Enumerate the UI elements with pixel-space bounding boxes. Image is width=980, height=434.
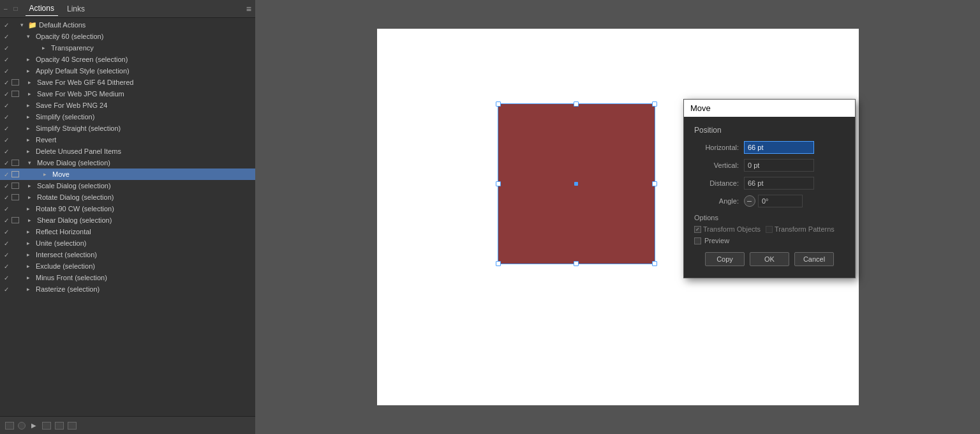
label-apply-default: Apply Default Style (selection) [36, 67, 130, 75]
tab-actions[interactable]: Actions [26, 1, 58, 16]
preview-row: Preview [694, 237, 845, 244]
handle-bottom-left[interactable] [496, 261, 501, 266]
footer-btn-sq4[interactable] [68, 422, 77, 430]
action-row-simplify[interactable]: ✓ ▸ Simplify (selection) [0, 111, 255, 123]
transform-patterns-cb-box[interactable] [766, 226, 773, 233]
chevron-default-actions[interactable]: ▾ [20, 22, 28, 28]
check-delete-unused: ✓ [3, 147, 10, 155]
action-row-reflect-horiz[interactable]: ✓ ▸ Reflect Horizontal [0, 226, 255, 237]
transform-objects-cb-box[interactable]: ✓ [694, 226, 701, 233]
angle-input[interactable] [758, 195, 803, 207]
panel-window-max[interactable]: □ [14, 5, 18, 12]
ok-button[interactable]: OK [750, 252, 789, 266]
chevron-opacity60[interactable]: ▾ [27, 33, 34, 40]
action-row-unite[interactable]: ✓ ▸ Unite (selection) [0, 237, 255, 249]
panel-menu-icon[interactable]: ≡ [246, 4, 251, 14]
shape-container[interactable] [498, 104, 655, 264]
chevron-rasterize[interactable]: ▸ [27, 286, 34, 292]
vertical-input[interactable] [744, 159, 814, 172]
action-row-default-actions[interactable]: ✓ ▾ 📁 Default Actions [0, 19, 255, 31]
handle-center[interactable] [574, 182, 578, 186]
handle-bottom-right[interactable] [652, 261, 657, 266]
chevron-delete-unused[interactable]: ▸ [27, 148, 34, 154]
handle-mid-left[interactable] [496, 181, 501, 186]
chevron-apply-default[interactable]: ▸ [27, 68, 34, 74]
handle-top-center[interactable] [574, 101, 579, 107]
check-opacity40: ✓ [3, 56, 10, 63]
square-gif64 [11, 79, 19, 86]
chevron-png24[interactable]: ▸ [27, 102, 34, 108]
action-row-delete-unused[interactable]: ✓ ▸ Delete Unused Panel Items [0, 146, 255, 157]
tab-links[interactable]: Links [63, 2, 89, 16]
handle-top-right[interactable] [652, 101, 657, 107]
label-unite: Unite (selection) [36, 239, 86, 247]
transform-objects-checkbox[interactable]: ✓ Transform Objects [694, 225, 761, 233]
horizontal-input[interactable] [744, 141, 814, 154]
action-row-gif64[interactable]: ✓ ▸ Save For Web GIF 64 Dithered [0, 77, 255, 88]
label-move-dialog: Move Dialog (selection) [37, 159, 110, 167]
angle-circle[interactable] [744, 195, 755, 207]
footer-btn-square1[interactable] [5, 422, 14, 430]
action-row-transparency[interactable]: ✓ ▸ Transparency [0, 42, 255, 54]
chevron-move-dialog[interactable]: ▾ [28, 160, 36, 166]
chevron-gif64[interactable]: ▸ [28, 79, 36, 86]
position-section-title: Position [694, 126, 845, 135]
square-jpg-medium [11, 91, 19, 97]
check-simplify-straight: ✓ [3, 124, 10, 132]
chevron-scale-dialog[interactable]: ▸ [28, 183, 36, 189]
panel-header: – □ Actions Links ≡ [0, 0, 255, 18]
chevron-intersect[interactable]: ▸ [27, 251, 34, 258]
chevron-simplify-straight[interactable]: ▸ [27, 125, 34, 131]
footer-btn-circle[interactable] [18, 422, 26, 430]
chevron-rotate-dialog[interactable]: ▸ [28, 194, 36, 200]
chevron-simplify[interactable]: ▸ [27, 114, 34, 120]
action-row-minus-front[interactable]: ✓ ▸ Minus Front (selection) [0, 272, 255, 283]
handle-top-left[interactable] [496, 101, 501, 107]
footer-btn-play[interactable]: ▶ [29, 421, 38, 430]
label-jpg-medium: Save For Web JPG Medium [37, 90, 124, 98]
action-row-scale-dialog[interactable]: ✓ ▸ Scale Dialog (selection) [0, 180, 255, 191]
action-row-opacity60[interactable]: ✓ ▾ Opacity 60 (selection) [0, 31, 255, 42]
preview-cb-box[interactable] [694, 237, 701, 244]
distance-input[interactable] [744, 177, 814, 190]
action-row-move[interactable]: ✓ ▸ Move [0, 168, 255, 180]
action-row-jpg-medium[interactable]: ✓ ▸ Save For Web JPG Medium [0, 88, 255, 100]
transform-objects-label: Transform Objects [703, 225, 761, 233]
action-row-rasterize[interactable]: ✓ ▸ Rasterize (selection) [0, 283, 255, 295]
chevron-rotate90cw[interactable]: ▸ [27, 206, 34, 212]
actions-panel: – □ Actions Links ≡ ✓ ▾ 📁 Default Action… [0, 0, 255, 434]
action-row-simplify-straight[interactable]: ✓ ▸ Simplify Straight (selection) [0, 123, 255, 134]
action-row-apply-default[interactable]: ✓ ▸ Apply Default Style (selection) [0, 65, 255, 77]
action-row-rotate90cw[interactable]: ✓ ▸ Rotate 90 CW (selection) [0, 203, 255, 214]
chevron-exclude[interactable]: ▸ [27, 263, 34, 269]
check-revert: ✓ [3, 136, 10, 144]
handle-bottom-center[interactable] [574, 261, 579, 266]
chevron-transparency[interactable]: ▸ [42, 45, 50, 51]
horizontal-row: Horizontal: [694, 141, 845, 154]
handle-mid-right[interactable] [652, 181, 657, 186]
square-shear-dialog [11, 217, 19, 223]
footer-btn-sq3[interactable] [55, 422, 64, 430]
action-row-opacity40[interactable]: ✓ ▸ Opacity 40 Screen (selection) [0, 54, 255, 65]
chevron-revert[interactable]: ▸ [27, 137, 34, 143]
chevron-unite[interactable]: ▸ [27, 240, 34, 246]
chevron-minus-front[interactable]: ▸ [27, 274, 34, 281]
action-row-png24[interactable]: ✓ ▸ Save For Web PNG 24 [0, 100, 255, 111]
chevron-jpg-medium[interactable]: ▸ [28, 91, 36, 97]
action-row-shear-dialog[interactable]: ✓ ▸ Shear Dialog (selection) [0, 214, 255, 226]
action-row-move-dialog[interactable]: ✓ ▾ Move Dialog (selection) [0, 157, 255, 168]
footer-btn-sq2[interactable] [42, 422, 51, 430]
square-rotate-dialog [11, 194, 19, 200]
chevron-move[interactable]: ▸ [43, 171, 51, 177]
transform-patterns-checkbox[interactable]: Transform Patterns [766, 225, 835, 233]
copy-button[interactable]: Copy [705, 252, 745, 266]
action-row-rotate-dialog[interactable]: ✓ ▸ Rotate Dialog (selection) [0, 191, 255, 203]
chevron-opacity40[interactable]: ▸ [27, 56, 34, 63]
panel-window-min[interactable]: – [4, 5, 8, 12]
action-row-intersect[interactable]: ✓ ▸ Intersect (selection) [0, 249, 255, 260]
chevron-reflect-horiz[interactable]: ▸ [27, 228, 34, 235]
action-row-exclude[interactable]: ✓ ▸ Exclude (selection) [0, 260, 255, 272]
chevron-shear-dialog[interactable]: ▸ [28, 217, 36, 223]
cancel-button[interactable]: Cancel [794, 252, 834, 266]
action-row-revert[interactable]: ✓ ▸ Revert [0, 134, 255, 146]
